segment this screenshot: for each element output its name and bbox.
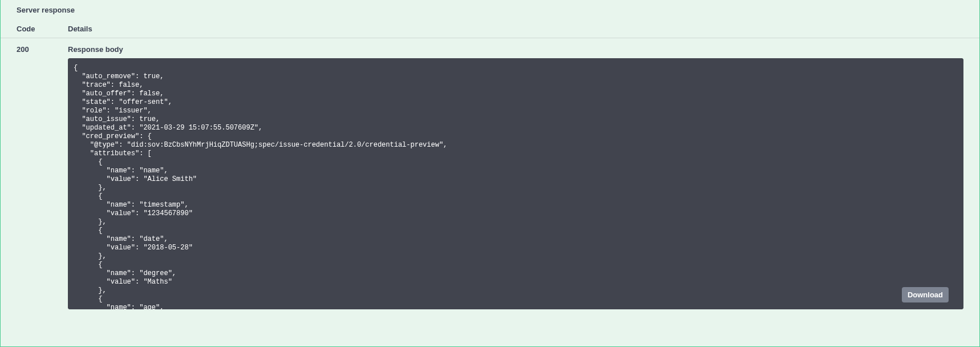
- response-row: 200 Response body { "auto_remove": true,…: [1, 38, 979, 309]
- response-body-label: Response body: [68, 45, 963, 54]
- response-details: Response body { "auto_remove": true, "tr…: [68, 45, 963, 309]
- response-table-header: Code Details: [1, 25, 979, 38]
- section-title: Server response: [1, 0, 979, 19]
- response-body-code[interactable]: { "auto_remove": true, "trace": false, "…: [68, 58, 963, 309]
- status-code: 200: [17, 45, 68, 309]
- download-button[interactable]: Download: [902, 287, 949, 302]
- column-header-code: Code: [17, 25, 68, 33]
- code-block-wrapper: { "auto_remove": true, "trace": false, "…: [68, 58, 963, 309]
- server-response-panel: Server response Code Details 200 Respons…: [0, 0, 980, 347]
- column-header-details: Details: [68, 25, 92, 33]
